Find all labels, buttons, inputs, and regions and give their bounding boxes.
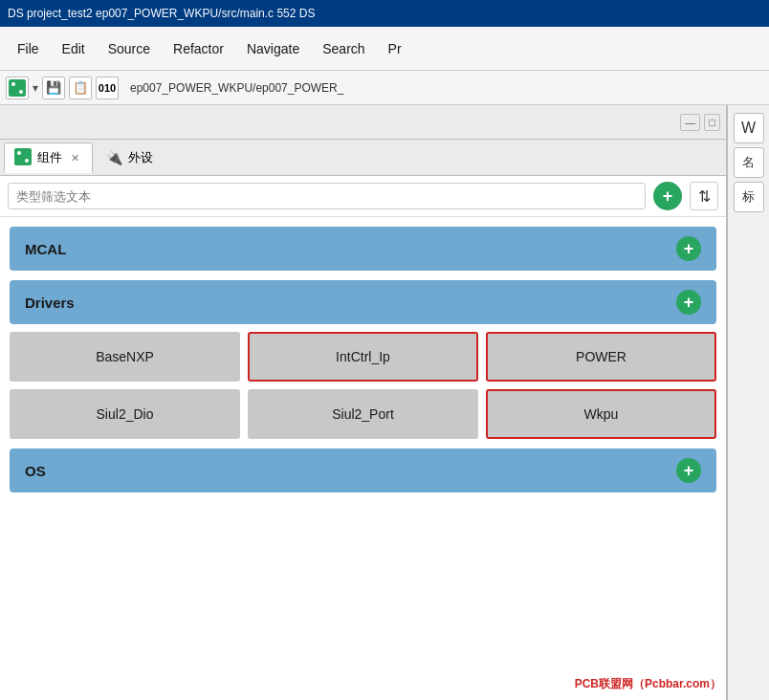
left-panel: — □ 组件 ✕ 🔌 外设 + ⇅ <box>0 105 727 700</box>
title-text: DS project_test2 ep007_POWER_WKPU/src/ma… <box>8 7 315 20</box>
main-area: — □ 组件 ✕ 🔌 外设 + ⇅ <box>0 105 769 700</box>
os-add-btn[interactable]: + <box>676 458 701 483</box>
drivers-grid: BaseNXP IntCtrl_Ip POWER Siul2_Dio Siul2… <box>10 332 716 439</box>
drivers-add-btn[interactable]: + <box>676 290 701 315</box>
mcal-label: MCAL <box>25 241 66 257</box>
toolbar-bin-btn[interactable]: 010 <box>96 77 119 99</box>
item-intctrl-ip[interactable]: IntCtrl_Ip <box>248 332 478 382</box>
menu-navigate[interactable]: Navigate <box>237 35 309 62</box>
title-bar: DS project_test2 ep007_POWER_WKPU/src/ma… <box>0 0 769 27</box>
menu-edit[interactable]: Edit <box>53 35 95 62</box>
filter-input[interactable] <box>8 183 646 209</box>
tab-peripheral[interactable]: 🔌 外设 <box>97 142 163 173</box>
right-btn-2[interactable]: 名 <box>734 147 764 178</box>
toolbar-btn-1[interactable] <box>6 77 29 99</box>
toolbar: ▾ 💾 📋 010 ep007_POWER_WKPU/ep007_POWER_ <box>0 71 769 105</box>
category-os: OS + <box>10 448 716 492</box>
add-filter-btn[interactable]: + <box>653 182 682 210</box>
category-mcal: MCAL + <box>10 227 716 271</box>
toolbar-dropdown[interactable]: ▾ <box>33 81 38 95</box>
os-label: OS <box>25 463 46 479</box>
menu-pr[interactable]: Pr <box>379 35 411 62</box>
component-tab-icon <box>14 148 32 168</box>
item-siul2-dio[interactable]: Siul2_Dio <box>10 389 240 439</box>
menu-bar: File Edit Source Refactor Navigate Searc… <box>0 27 769 71</box>
drivers-header: Drivers + <box>10 280 716 324</box>
menu-file[interactable]: File <box>8 35 49 62</box>
usb-tab-icon: 🔌 <box>106 150 122 165</box>
component-area: MCAL + Drivers + BaseNXP IntCtrl_Ip <box>0 217 726 700</box>
os-header: OS + <box>10 448 716 492</box>
tab-components[interactable]: 组件 ✕ <box>4 142 93 173</box>
menu-refactor[interactable]: Refactor <box>164 35 233 62</box>
mcal-add-btn[interactable]: + <box>676 236 701 261</box>
mcal-header: MCAL + <box>10 227 716 271</box>
tab-components-close[interactable]: ✕ <box>68 151 82 165</box>
right-panel: W 名 标 <box>727 105 769 700</box>
category-drivers: Drivers + BaseNXP IntCtrl_Ip POWER <box>10 280 716 439</box>
toolbar-path: ep007_POWER_WKPU/ep007_POWER_ <box>130 81 763 95</box>
item-basenxp[interactable]: BaseNXP <box>10 332 240 382</box>
item-wkpu[interactable]: Wkpu <box>486 389 716 439</box>
menu-search[interactable]: Search <box>313 35 374 62</box>
tab-peripheral-label: 外设 <box>128 149 153 166</box>
item-siul2-port[interactable]: Siul2_Port <box>248 389 478 439</box>
sort-btn[interactable]: ⇅ <box>690 182 718 210</box>
minimize-icon[interactable]: — <box>680 114 700 131</box>
maximize-icon[interactable]: □ <box>704 114 720 131</box>
tab-bar: — □ <box>0 105 726 140</box>
item-power[interactable]: POWER <box>486 332 716 382</box>
filter-bar: + ⇅ <box>0 176 726 217</box>
toolbar-save-btn[interactable]: 💾 <box>42 77 65 99</box>
menu-source[interactable]: Source <box>99 35 160 62</box>
right-btn-3[interactable]: 标 <box>734 182 764 212</box>
drivers-label: Drivers <box>25 295 75 311</box>
tab-components-label: 组件 <box>37 149 62 166</box>
right-btn-1[interactable]: W <box>734 113 764 143</box>
toolbar-save2-btn[interactable]: 📋 <box>69 77 92 99</box>
